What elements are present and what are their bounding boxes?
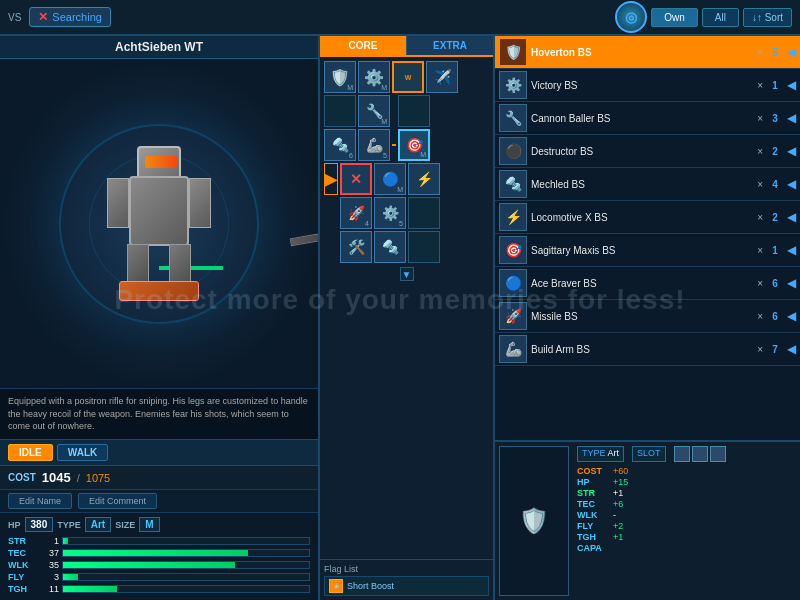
- equip-slot-5-2[interactable]: ⚙️5: [374, 197, 406, 229]
- item-row[interactable]: ⚡ Locomotive X BS × 2 ◀: [495, 201, 800, 234]
- item-arrow: ◀: [787, 111, 796, 125]
- item-x: ×: [757, 146, 763, 157]
- robot-base: [119, 281, 199, 301]
- item-name: Locomotive X BS: [531, 212, 753, 223]
- item-arrow: ◀: [787, 210, 796, 224]
- slot-icon-2: [692, 446, 708, 462]
- idle-button[interactable]: IDLE: [8, 444, 53, 461]
- item-count: 4: [767, 179, 783, 190]
- item-count: 2: [767, 212, 783, 223]
- item-name: Cannon Baller BS: [531, 113, 753, 124]
- item-name: Build Arm BS: [531, 344, 753, 355]
- top-bar: VS ✕ Searching ◎ Own All ↓↑ Sort: [0, 0, 800, 36]
- core-tab[interactable]: CORE: [320, 36, 406, 55]
- item-count: 6: [767, 311, 783, 322]
- item-x: ×: [757, 47, 763, 58]
- equip-slot-4-2[interactable]: ✕: [340, 163, 372, 195]
- equip-slot-6-3[interactable]: [408, 231, 440, 263]
- equip-slot-4-1[interactable]: ▶: [324, 163, 338, 195]
- walk-button[interactable]: WALK: [57, 444, 108, 461]
- scroll-down-btn[interactable]: ▼: [400, 267, 414, 281]
- flag-item[interactable]: ★ Short Boost: [324, 576, 489, 596]
- equip-slot-6-2[interactable]: 🔩: [374, 231, 406, 263]
- robot-visor: [145, 156, 177, 168]
- item-thumbnail: 🛡️: [499, 38, 527, 66]
- equip-slot-4-3[interactable]: 🔵M: [374, 163, 406, 195]
- equip-slot-2-1[interactable]: [324, 95, 356, 127]
- item-count: 6: [767, 278, 783, 289]
- detail-header: TYPE Art SLOT: [577, 446, 796, 462]
- item-x: ×: [757, 212, 763, 223]
- equip-slot-4-4[interactable]: ⚡: [408, 163, 440, 195]
- flag-icon: ★: [329, 579, 343, 593]
- type-value: Art: [85, 517, 111, 532]
- equip-slot-3-1[interactable]: 🔩6: [324, 129, 356, 161]
- detail-stat-row: FLY +2: [577, 521, 796, 531]
- edit-name-button[interactable]: Edit Name: [8, 493, 72, 509]
- slot-label: SLOT: [637, 448, 661, 458]
- equip-slot-1-2[interactable]: ⚙️M: [358, 61, 390, 93]
- right-panel: 🛡️ Hoverton BS × 5 ◀ ⚙️ Victory BS × 1 ◀…: [495, 36, 800, 600]
- equip-slot-3-3[interactable]: 🎯M: [398, 129, 430, 161]
- item-name: Destructor BS: [531, 146, 753, 157]
- flag-list-label: Flag List: [324, 564, 489, 574]
- stat-row-wlk: WLK 35: [8, 560, 310, 570]
- item-list: 🛡️ Hoverton BS × 5 ◀ ⚙️ Victory BS × 1 ◀…: [495, 36, 800, 440]
- size-value: M: [139, 517, 159, 532]
- item-row[interactable]: ⚙️ Victory BS × 1 ◀: [495, 69, 800, 102]
- item-row[interactable]: 🔵 Ace Braver BS × 6 ◀: [495, 267, 800, 300]
- item-count: 5: [767, 47, 783, 58]
- equip-row-5: 🚀4 ⚙️5: [324, 197, 489, 229]
- equip-slot-3-2[interactable]: 🦾5: [358, 129, 390, 161]
- sort-button[interactable]: ↓↑ Sort: [743, 8, 792, 27]
- item-arrow: ◀: [787, 309, 796, 323]
- item-row[interactable]: ⚫ Destructor BS × 2 ◀: [495, 135, 800, 168]
- item-row[interactable]: 🦾 Build Arm BS × 7 ◀: [495, 333, 800, 366]
- equip-slot-5-1[interactable]: 🚀4: [340, 197, 372, 229]
- item-row[interactable]: 🔧 Cannon Baller BS × 3 ◀: [495, 102, 800, 135]
- equip-row-2: 🔧M: [324, 95, 489, 127]
- stat-row-str: STR 1: [8, 536, 310, 546]
- cost-bar: COST 1045 / 1075: [0, 465, 318, 489]
- flag-area: Flag List ★ Short Boost: [320, 559, 493, 600]
- flag-item-label: Short Boost: [347, 581, 394, 591]
- edit-comment-button[interactable]: Edit Comment: [78, 493, 157, 509]
- all-tab[interactable]: All: [702, 8, 739, 27]
- detail-stat-row: TEC +6: [577, 499, 796, 509]
- detail-stats: TYPE Art SLOT COST +60 HP +15: [577, 446, 796, 596]
- equip-slot-extra-1[interactable]: ✈️: [426, 61, 458, 93]
- own-tab[interactable]: Own: [651, 8, 698, 27]
- item-count: 1: [767, 80, 783, 91]
- item-name: Sagittary Maxis BS: [531, 245, 753, 256]
- detail-stat-row: STR +1: [577, 488, 796, 498]
- equipment-grid: 🛡️M ⚙️M W ✈️ 🔧M 🔩6 🦾5 🎯M ▶: [320, 57, 493, 559]
- equip-slot-1-1[interactable]: 🛡️M: [324, 61, 356, 93]
- item-arrow: ◀: [787, 144, 796, 158]
- equip-slot-6-1[interactable]: 🛠️: [340, 231, 372, 263]
- item-thumbnail: 🔧: [499, 104, 527, 132]
- item-row[interactable]: 🛡️ Hoverton BS × 5 ◀: [495, 36, 800, 69]
- item-count: 3: [767, 113, 783, 124]
- item-row[interactable]: 🔩 Mechled BS × 4 ◀: [495, 168, 800, 201]
- detail-stat-row: CAPA: [577, 543, 796, 553]
- item-count: 7: [767, 344, 783, 355]
- stat-row-tgh: TGH 11: [8, 584, 310, 594]
- extra-tab[interactable]: EXTRA: [406, 36, 493, 55]
- x-icon: ✕: [38, 10, 48, 24]
- equip-slot-5-3[interactable]: [408, 197, 440, 229]
- equip-slot-w[interactable]: W: [392, 61, 424, 93]
- equip-slot-2-3[interactable]: [398, 95, 430, 127]
- top-right-controls: ◎ Own All ↓↑ Sort: [615, 1, 792, 33]
- scroll-indicator[interactable]: ▼: [324, 267, 489, 281]
- equip-slot-2-2[interactable]: 🔧M: [358, 95, 390, 127]
- equip-row-6: 🛠️ 🔩: [324, 231, 489, 263]
- item-thumbnail: 🦾: [499, 335, 527, 363]
- detail-preview: 🛡️: [499, 446, 569, 596]
- item-x: ×: [757, 179, 763, 190]
- hp-value: 380: [25, 517, 54, 532]
- item-x: ×: [757, 278, 763, 289]
- detail-stat-row: COST +60: [577, 466, 796, 476]
- item-row[interactable]: 🚀 Missile BS × 6 ◀: [495, 300, 800, 333]
- item-row[interactable]: 🎯 Sagittary Maxis BS × 1 ◀: [495, 234, 800, 267]
- edit-bar: Edit Name Edit Comment: [0, 489, 318, 512]
